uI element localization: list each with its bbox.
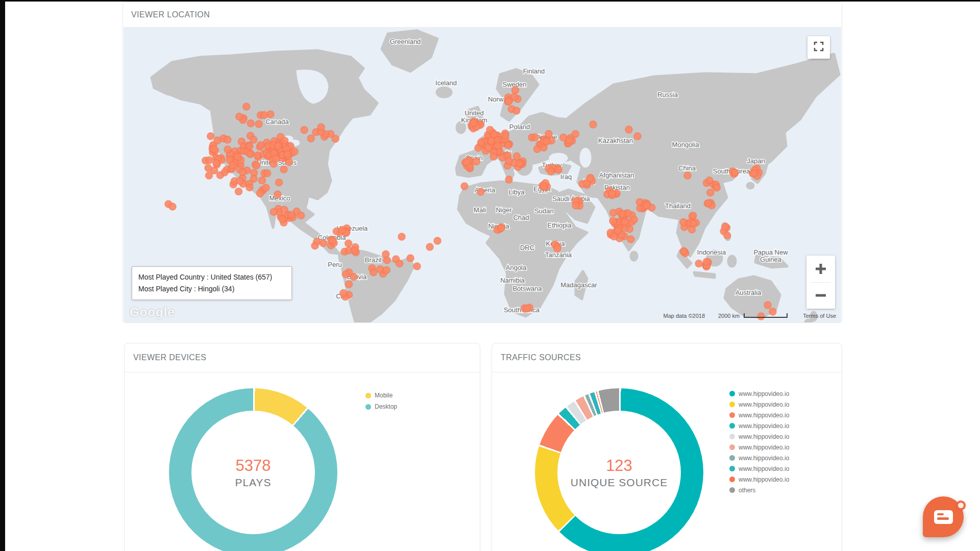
viewer-location-dot <box>590 121 597 128</box>
viewer-location-dot <box>572 131 579 138</box>
legend-item[interactable]: www.hippovideo.io <box>729 431 789 442</box>
viewer-location-dot <box>706 177 713 184</box>
viewer-location-dot <box>513 107 520 114</box>
viewer-location-dot <box>498 224 505 232</box>
viewer-location-dot <box>505 176 512 183</box>
legend-item[interactable]: www.hippovideo.io <box>729 399 789 410</box>
zoom-out-button[interactable] <box>806 283 835 309</box>
legend-swatch-icon <box>729 412 735 418</box>
map-zoom-control <box>806 256 835 309</box>
viewer-location-dot <box>478 139 485 146</box>
viewer-location-dot <box>255 120 262 128</box>
traffic-sources-title: TRAFFIC SOURCES <box>492 343 842 372</box>
map-fullscreen-button[interactable] <box>807 36 830 59</box>
viewer-location-dot <box>512 87 519 94</box>
map-country-label: Finland <box>523 67 545 75</box>
legend-item[interactable]: Mobile <box>365 390 397 401</box>
viewer-location-dot <box>236 178 243 185</box>
viewer-location-dot <box>288 211 295 218</box>
map-country-label: Botswana <box>512 285 542 292</box>
terms-of-use-link[interactable]: Terms of Use <box>803 313 836 319</box>
viewer-location-dot <box>370 269 377 276</box>
viewer-location-dot <box>253 162 260 169</box>
viewer-location-dot <box>516 160 523 167</box>
legend-item[interactable]: www.hippovideo.io <box>729 442 789 453</box>
chat-widget-button[interactable] <box>923 496 966 539</box>
legend-item[interactable]: www.hippovideo.io <box>729 474 789 485</box>
map-country-label: Libya <box>508 188 525 196</box>
viewer-location-dot <box>722 223 729 230</box>
map-country-label: Poland <box>509 123 530 131</box>
legend-item[interactable]: Desktop <box>365 401 397 412</box>
zoom-in-button[interactable] <box>806 256 835 282</box>
viewer-location-dot <box>272 155 279 162</box>
viewer-location-dot <box>260 112 267 119</box>
viewer-location-dot <box>543 138 550 145</box>
viewer-location-dot <box>407 255 414 262</box>
viewer-location-dot <box>320 240 327 247</box>
viewer-location-dot <box>724 232 731 239</box>
chat-message-icon <box>934 510 953 524</box>
legend-item[interactable]: www.hippovideo.io <box>729 420 789 431</box>
viewer-location-dot <box>258 177 265 184</box>
map-attribution: Map data ©2018 2000 km Terms of Use <box>664 313 837 319</box>
google-logo[interactable]: Google <box>130 305 175 319</box>
legend-item[interactable]: www.hippovideo.io <box>729 410 789 420</box>
map-country-label: Afghanistan <box>599 171 634 179</box>
viewer-location-dot <box>229 162 236 169</box>
viewer-devices-title: VIEWER DEVICES <box>125 343 480 372</box>
viewer-location-dot <box>504 141 511 148</box>
legend-label: www.hippovideo.io <box>739 444 789 451</box>
viewer-devices-donut-center: 5378 PLAYS <box>191 411 315 534</box>
legend-swatch-icon <box>365 404 371 410</box>
viewer-location-dot <box>750 169 757 177</box>
traffic-sources-donut[interactable]: 123 UNIQUE SOURCE <box>535 388 703 551</box>
legend-item[interactable]: www.hippovideo.io <box>729 463 789 474</box>
map-country-label: Mali <box>474 206 486 214</box>
viewer-location-dot <box>211 146 218 153</box>
viewer-location-dot <box>270 208 277 215</box>
viewer-location-dot <box>398 233 405 240</box>
viewer-location-dot <box>634 133 641 140</box>
viewer-location-dot <box>587 174 594 182</box>
viewer-location-dot <box>713 184 720 191</box>
map-country-label: Iceland <box>435 79 457 87</box>
window-left-edge <box>0 0 5 551</box>
viewer-location-dot <box>764 302 771 309</box>
viewer-location-dot <box>206 172 213 179</box>
tooltip-most-played-city: Most Played City : Hingoli (34) <box>138 283 285 295</box>
viewer-location-dot <box>246 184 253 191</box>
legend-label: www.hippovideo.io <box>739 401 789 408</box>
viewer-location-dot <box>351 247 358 254</box>
viewer-location-dot <box>169 203 176 210</box>
viewer-location-dot <box>396 260 403 267</box>
viewer-devices-donut[interactable]: 5378 PLAYS <box>169 388 337 551</box>
map-country-label: Australia <box>736 289 762 296</box>
viewer-location-dot <box>281 137 288 144</box>
viewer-location-dot <box>257 141 264 148</box>
viewer-location-dot <box>250 136 257 143</box>
legend-swatch-icon <box>729 455 735 461</box>
legend-label: www.hippovideo.io <box>739 476 789 483</box>
viewer-location-dot <box>213 159 220 166</box>
legend-item[interactable]: www.hippovideo.io <box>729 453 789 463</box>
traffic-sources-panel: TRAFFIC SOURCES 123 UNIQUE SOURCE www.hi… <box>492 343 842 551</box>
legend-label: www.hippovideo.io <box>739 455 789 462</box>
traffic-sources-legend: www.hippovideo.iowww.hippovideo.iowww.hi… <box>729 388 789 495</box>
viewer-location-dot <box>609 217 617 224</box>
map-country-label: Ethiopia <box>548 221 572 229</box>
viewer-location-dot <box>274 191 281 198</box>
legend-item[interactable]: others <box>729 485 789 495</box>
legend-label: www.hippovideo.io <box>739 433 789 440</box>
viewer-location-dot <box>494 142 501 149</box>
world-map[interactable]: GreenlandIcelandCanadaUnited StatesMexic… <box>124 28 841 322</box>
viewer-location-dot <box>477 188 484 195</box>
legend-label: www.hippovideo.io <box>739 390 789 397</box>
viewer-location-dot <box>207 133 214 140</box>
legend-swatch-icon <box>729 477 735 482</box>
legend-swatch-icon <box>729 423 735 429</box>
viewer-devices-panel: VIEWER DEVICES 5378 PLAYS MobileDesktop <box>124 343 480 551</box>
legend-item[interactable]: www.hippovideo.io <box>729 388 789 399</box>
viewer-location-dot <box>473 158 480 165</box>
viewer-location-dot <box>555 166 562 173</box>
